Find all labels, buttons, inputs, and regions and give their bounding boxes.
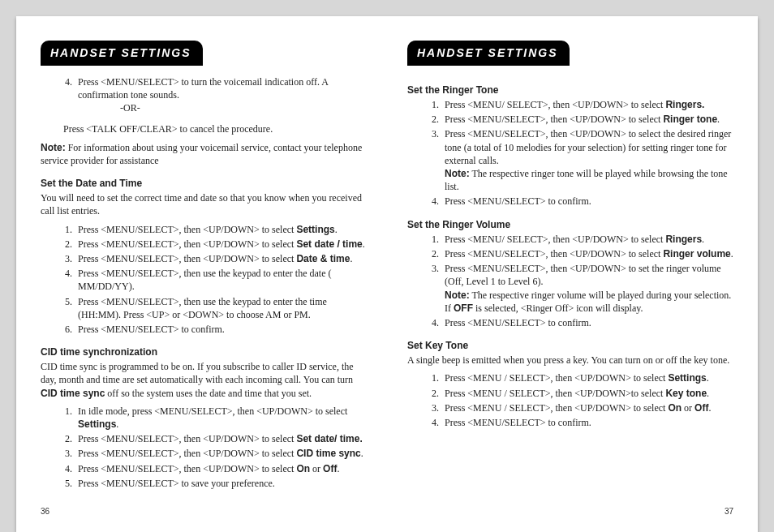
list-item: Press <MENU/SELECT>, then <UP/DOWN> to s… (75, 238, 367, 251)
section-title-date-time: Set the Date and Time (41, 177, 367, 190)
text: or (682, 402, 694, 414)
bold-term: Ringer volume (663, 248, 730, 260)
bold-term: Set date/ time. (296, 433, 362, 444)
step-text: Press <MENU/SELECT>, then <UP/DOWN> to s… (78, 238, 296, 250)
bold-term: Ringer tone (663, 114, 717, 125)
step-text: Press <MENU/ SELECT>, then <UP/DOWN> to … (445, 99, 665, 110)
intro-text: A single beep is emitted when you press … (407, 354, 733, 367)
page-number-left: 36 (41, 506, 367, 517)
note-text: is selected, <Ringer Off> icon will disp… (473, 302, 643, 314)
list-item: Press <MENU/SELECT>, then use the keypad… (75, 295, 367, 321)
list-item: Press <MENU/SELECT>, then <UP/DOWN> to s… (441, 262, 733, 315)
ringer-tone-steps: Press <MENU/ SELECT>, then <UP/DOWN> to … (407, 98, 733, 208)
list-item: In idle mode, press <MENU/SELECT>, then … (75, 405, 367, 431)
step-text: Press <MENU/SELECT>, then <UP/DOWN> to s… (445, 263, 721, 287)
step-text: In idle mode, press <MENU/SELECT>, then … (78, 405, 347, 417)
step-text: Press <MENU / SELECT>, then <UP/DOWN> to… (445, 372, 668, 384)
note-label: Note: (445, 290, 470, 301)
note-text: The respective ringer tone will be playe… (445, 168, 728, 192)
step-text: Press <MENU/SELECT>, then <UP/DOWN> to s… (78, 224, 296, 235)
bold-term: Ringers. (665, 99, 704, 110)
list-item: Press <MENU/SELECT>, then <UP/DOWN> to s… (441, 127, 733, 193)
document-spread: HANDSET SETTINGS Press <MENU/SELECT> to … (16, 16, 758, 532)
text: off so the system uses the date and time… (105, 388, 312, 399)
step-text: Press <MENU / SELECT>, then <UP/DOWN>to … (445, 388, 665, 399)
key-tone-steps: Press <MENU / SELECT>, then <UP/DOWN> to… (407, 371, 733, 429)
list-item: Press <MENU/SELECT>, then <UP/DOWN> to s… (75, 447, 367, 460)
bold-term: Ringers (665, 234, 702, 245)
or-line: -OR- (120, 101, 367, 114)
step-text: Press <MENU/SELECT>, then <UP/DOWN> to s… (445, 114, 663, 125)
page-right: HANDSET SETTINGS Set the Ringer Tone Pre… (407, 41, 733, 517)
note-label: Note: (445, 168, 470, 179)
bold-term: Set date / time (296, 238, 362, 250)
bold-term: Off (323, 463, 337, 474)
section-title-ringer-volume: Set the Ringer Volume (407, 218, 733, 231)
list-item: Press <MENU/SELECT>, then <UP/DOWN> to s… (441, 247, 733, 260)
list-item: Press <MENU/SELECT> to turn the voicemai… (75, 75, 367, 115)
section-heading: HANDSET SETTINGS (407, 41, 570, 66)
bold-term: Date & time (296, 253, 350, 264)
page-number-right: 37 (407, 506, 733, 517)
page-left: HANDSET SETTINGS Press <MENU/SELECT> to … (41, 41, 367, 517)
text: CID time sync is programmed to be on. If… (41, 361, 354, 385)
list-item: Press <MENU/ SELECT>, then <UP/DOWN> to … (441, 233, 733, 246)
list-item: Press <MENU/SELECT> to confirm. (441, 416, 733, 429)
bold-term: CID time sync (41, 388, 105, 399)
bold-term: Key tone (665, 388, 707, 399)
list-item: Press <MENU/SELECT>, then <UP/DOWN> to s… (75, 432, 367, 445)
bold-term: Settings (668, 372, 706, 384)
cancel-line: Press <TALK OFF/CLEAR> to cancel the pro… (63, 122, 367, 135)
cid-steps: In idle mode, press <MENU/SELECT>, then … (41, 405, 367, 490)
bold-term: CID time sync (296, 448, 360, 459)
step-text: Press <MENU/SELECT>, then <UP/DOWN> to s… (78, 433, 296, 444)
bold-term: On (296, 463, 310, 474)
voicemail-note: Note: For information about using your v… (41, 141, 367, 167)
bold-term: OFF (454, 302, 473, 314)
bold-term: On (668, 402, 682, 414)
section-heading: HANDSET SETTINGS (41, 41, 203, 66)
list-item: Press <MENU / SELECT>, then <UP/DOWN>to … (441, 387, 733, 400)
step-text: Press <MENU/ SELECT>, then <UP/DOWN> to … (445, 234, 665, 245)
bold-term: Off (694, 402, 708, 414)
intro-text: CID time sync is programmed to be on. If… (41, 360, 367, 400)
section-title-ringer-tone: Set the Ringer Tone (407, 84, 733, 97)
list-item: Press <MENU / SELECT>, then <UP/DOWN> to… (441, 371, 733, 384)
note-label: Note: (41, 142, 66, 153)
step-text: Press <MENU / SELECT>, then <UP/DOWN> to… (445, 402, 668, 414)
step-text: Press <MENU/SELECT>, then <UP/DOWN> to s… (78, 463, 296, 474)
list-item: Press <MENU/SELECT>, then <UP/DOWN> to s… (75, 462, 367, 475)
bold-term: Settings (296, 224, 334, 235)
list-item: Press <MENU/SELECT> to save your prefere… (75, 477, 367, 490)
note-text: For information about using your voicema… (41, 142, 362, 166)
step-text: Press <MENU/SELECT>, then <UP/DOWN> to s… (78, 253, 296, 264)
list-item: Press <MENU/SELECT> to confirm. (441, 316, 733, 329)
step-text: Press <MENU/SELECT>, then <UP/DOWN> to s… (78, 448, 296, 459)
section-title-key-tone: Set Key Tone (407, 339, 733, 352)
list-item: Press <MENU/SELECT>, then <UP/DOWN> to s… (441, 113, 733, 126)
datetime-steps: Press <MENU/SELECT>, then <UP/DOWN> to s… (41, 223, 367, 337)
voicemail-steps: Press <MENU/SELECT> to turn the voicemai… (41, 75, 367, 115)
list-item: Press <MENU / SELECT>, then <UP/DOWN> to… (441, 401, 733, 414)
intro-text: You will need to set the correct time an… (41, 191, 367, 217)
list-item: Press <MENU/SELECT>, then use the keypad… (75, 267, 367, 293)
list-item: Press <MENU/SELECT> to confirm. (441, 195, 733, 208)
ringer-volume-steps: Press <MENU/ SELECT>, then <UP/DOWN> to … (407, 233, 733, 329)
step-text: Press <MENU/SELECT>, then <UP/DOWN> to s… (445, 128, 731, 165)
step-text: Press <MENU/SELECT>, then <UP/DOWN> to s… (445, 248, 663, 260)
list-item: Press <MENU/SELECT>, then <UP/DOWN> to s… (75, 252, 367, 265)
list-item: Press <MENU/SELECT>, then <UP/DOWN> to s… (75, 223, 367, 236)
step-text: Press <MENU/SELECT> to turn the voicemai… (78, 76, 328, 101)
list-item: Press <MENU/ SELECT>, then <UP/DOWN> to … (441, 98, 733, 111)
bold-term: Settings (78, 418, 116, 430)
section-title-cid-sync: CID time synchronization (41, 345, 367, 358)
list-item: Press <MENU/SELECT> to confirm. (75, 323, 367, 336)
text: or (310, 463, 323, 474)
